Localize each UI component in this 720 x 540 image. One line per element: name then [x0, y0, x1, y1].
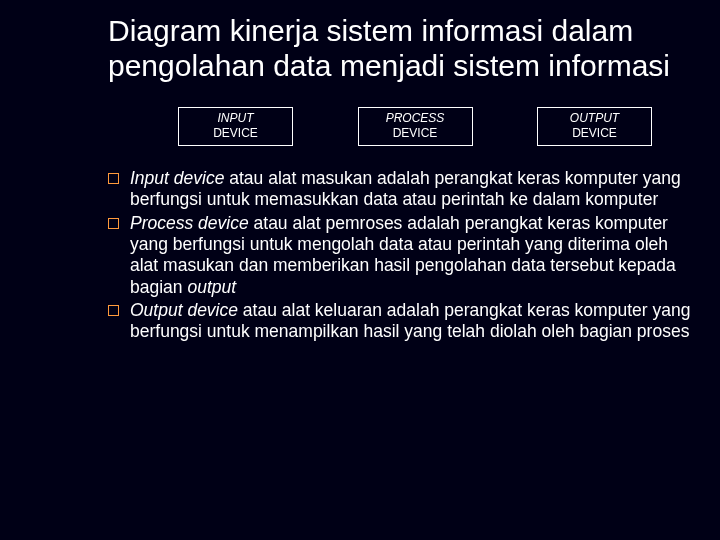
- box-process-line1: PROCESS: [359, 111, 472, 126]
- box-output-device: OUTPUT DEVICE: [537, 107, 652, 146]
- bullet-list: Input device atau alat masukan adalah pe…: [108, 168, 692, 343]
- term-output-device: Output device: [130, 300, 243, 320]
- bullet-output-device: Output device atau alat keluaran adalah …: [130, 300, 692, 343]
- text-process-device-b: output: [187, 277, 236, 297]
- box-process-line2: DEVICE: [359, 126, 472, 141]
- process-flow-row: INPUT DEVICE PROCESS DEVICE OUTPUT DEVIC…: [108, 107, 692, 146]
- term-input-device: Input device: [130, 168, 224, 188]
- bullet-process-device: Process device atau alat pemroses adalah…: [130, 213, 692, 298]
- box-output-line2: DEVICE: [538, 126, 651, 141]
- slide-title: Diagram kinerja sistem informasi dalam p…: [108, 14, 692, 83]
- box-process-device: PROCESS DEVICE: [358, 107, 473, 146]
- box-input-line1: INPUT: [179, 111, 292, 126]
- term-process-device: Process device: [130, 213, 249, 233]
- box-input-device: INPUT DEVICE: [178, 107, 293, 146]
- box-input-line2: DEVICE: [179, 126, 292, 141]
- bullet-input-device: Input device atau alat masukan adalah pe…: [130, 168, 692, 211]
- box-output-line1: OUTPUT: [538, 111, 651, 126]
